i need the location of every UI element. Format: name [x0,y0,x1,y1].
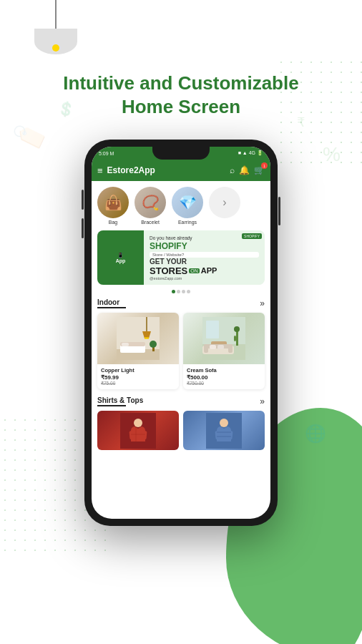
category-more[interactable]: › [209,187,240,225]
shirts-section: Shirts & Tops » [92,394,270,453]
category-bag-label: Bag [109,220,117,225]
cart-badge: 1 [261,162,268,169]
copper-light-name: Copper Light [101,367,175,374]
svg-rect-29 [129,430,135,439]
svg-point-28 [134,419,142,427]
banner-dot-4 [187,290,190,293]
shirt-card-2[interactable] [183,411,265,450]
bell-icon[interactable]: 🔔 [239,165,250,175]
shirts-section-title-wrapper: Shirts & Tops [97,396,143,406]
shirt-card-1[interactable] [97,411,179,450]
product-cream-sofa[interactable]: Cream Sofa ₹500.00 ₹750.00 [183,313,265,389]
banner-get-text: GET YOUR [150,258,187,265]
category-bracelet[interactable]: 📿 Bracelet [134,187,166,225]
category-earrings-image: 💎 [172,187,203,218]
screen-content: 👜 Bag 📿 Bracelet 💎 Earrings › [92,181,270,519]
banner-dot-3 [182,290,185,293]
search-icon[interactable]: ⌕ [230,165,235,175]
svg-rect-5 [145,337,149,339]
category-more-image: › [209,187,240,218]
deco-percent-icon: % [323,143,341,166]
cart-icon[interactable]: 🛒 1 [254,165,265,175]
svg-point-34 [220,419,228,427]
svg-rect-26 [217,345,224,349]
app-title: Estore2App [107,165,225,175]
menu-icon[interactable]: ≡ [97,165,103,176]
lamp-decoration [34,0,77,54]
cream-sofa-price: ₹500.00 [187,374,261,381]
svg-rect-14 [206,321,219,338]
banner-pagination-dots [92,288,270,296]
lamp-shade [34,29,77,54]
copper-light-original-price: ₹75.00 [101,381,175,386]
shopify-banner[interactable]: 📱App Do you have already SHOPIFY Store /… [97,230,265,285]
indoor-title-underline [97,307,126,308]
shirt2-svg [206,413,242,449]
product-grid: Copper Light ₹59.99 ₹75.00 [92,310,270,392]
shirts-section-header: Shirts & Tops » [92,394,270,408]
copper-light-svg [117,317,160,360]
cream-sofa-svg [202,317,245,360]
deco-globe-icon: 🌐 [305,424,326,444]
cream-sofa-name: Cream Sofa [187,367,261,374]
category-bracelet-image: 📿 [134,187,166,218]
indoor-section-title: Indoor [97,298,126,306]
shopify-logo-badge: SHOPIFY [242,233,262,239]
cream-sofa-info: Cream Sofa ₹500.00 ₹750.00 [183,364,265,389]
banner-sub-label: Store / Website? [150,252,259,258]
category-bracelet-label: Bracelet [141,220,160,225]
svg-rect-16 [234,336,236,341]
svg-point-10 [150,341,157,348]
indoor-section-title-wrapper: Indoor [97,298,126,308]
banner-stores-text: STORES [150,265,187,276]
app-bar-icons: ⌕ 🔔 🛒 1 [230,165,265,175]
svg-rect-15 [236,330,238,346]
phone-vol-down-button [82,218,84,238]
shirts-view-more-arrow[interactable]: » [260,396,265,406]
phone-notch [152,147,210,160]
svg-rect-30 [140,430,147,439]
svg-rect-25 [210,345,216,349]
banner-dot-1 [172,290,175,293]
banner-app-text: APP [201,266,217,275]
svg-point-17 [234,326,240,332]
category-earrings-label: Earrings [178,220,197,225]
status-network: ■ ▲ 4G 🔋 [238,150,263,156]
banner-left-app-preview: 📱App [97,230,144,285]
category-row: 👜 Bag 📿 Bracelet 💎 Earrings › [92,181,270,228]
shirts-section-title: Shirts & Tops [97,396,143,404]
banner-on-text: ON [189,268,200,273]
page-title: Intuitive and Customizable Home Screen [0,72,362,118]
shirt1-svg [120,413,156,449]
category-bag-image: 👜 [97,187,129,218]
status-time: 5:09 M [99,151,114,156]
phone-mockup: 5:09 M ■ ▲ 4G 🔋 ≡ Estore2App ⌕ 🔔 🛒 1 👜 [84,140,278,526]
shirts-preview-row [92,408,270,453]
copper-light-price: ₹59.99 [101,374,175,381]
lamp-bulb [52,44,59,52]
app-bar: ≡ Estore2App ⌕ 🔔 🛒 1 [92,160,270,181]
indoor-section-header: Indoor » [92,296,270,310]
copper-light-image [97,313,179,364]
phone-power-button [278,197,280,225]
lamp-cord [55,0,57,29]
indoor-view-more-arrow[interactable]: » [260,298,265,308]
cream-sofa-original-price: ₹750.00 [187,381,261,386]
svg-rect-23 [204,344,208,353]
banner-brand: SHOPIFY [150,241,259,251]
svg-rect-24 [228,344,233,353]
copper-light-info: Copper Light ₹59.99 ₹75.00 [97,364,179,389]
category-bag[interactable]: 👜 Bag [97,187,129,225]
product-copper-light[interactable]: Copper Light ₹59.99 ₹75.00 [97,313,179,389]
category-earrings[interactable]: 💎 Earrings [172,187,203,225]
phone-vol-up-button [82,190,84,210]
banner-dot-2 [177,290,180,293]
shirts-title-underline [97,405,126,406]
cream-sofa-image [183,313,265,364]
phone-screen: 5:09 M ■ ▲ 4G 🔋 ≡ Estore2App ⌕ 🔔 🛒 1 👜 [92,147,270,519]
svg-rect-8 [122,343,129,346]
deco-tag-icon: 🏷️ [10,117,51,157]
banner-url: @estoreZapp.com [150,276,259,280]
